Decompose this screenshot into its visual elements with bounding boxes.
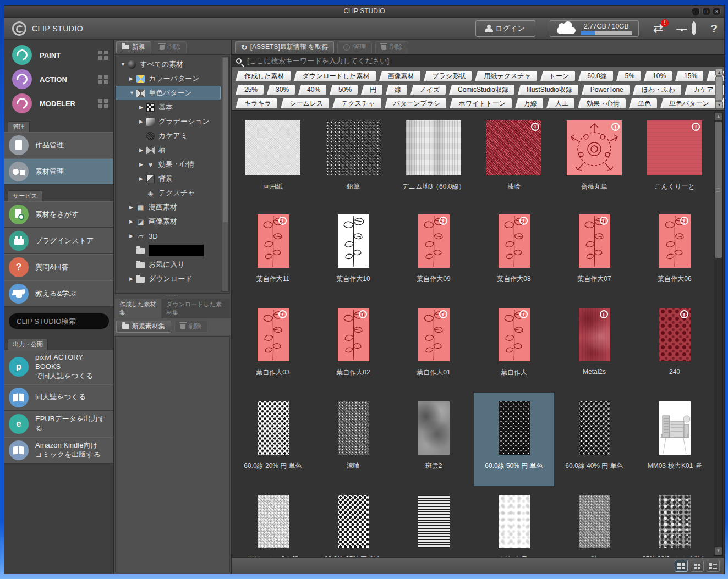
expander-icon[interactable]: ▶: [139, 119, 146, 124]
delete-collection-button[interactable]: 削除: [174, 321, 207, 333]
sidebar-item[interactable]: 作品管理: [4, 132, 113, 158]
tag-button[interactable]: 万線: [518, 98, 543, 108]
expander-icon[interactable]: ▶: [129, 219, 136, 224]
material-item[interactable]: ! 漆喰: [474, 111, 554, 206]
tag-button[interactable]: 50%: [332, 85, 358, 95]
tree-item[interactable]: ▶ 柄: [116, 143, 221, 157]
app-grid-icon[interactable]: [98, 99, 108, 108]
expander-icon[interactable]: ▶: [129, 276, 136, 282]
material-item[interactable]: !葉自作大10: [313, 206, 393, 299]
material-item[interactable]: !25% 60/0 ノイズ 単色: [634, 486, 712, 557]
app-launcher-item[interactable]: MODELER: [4, 91, 113, 115]
tag-button[interactable]: ほわ・ふわ: [636, 85, 681, 95]
material-item[interactable]: !60.0線 40% 円 単色: [554, 393, 634, 486]
material-item[interactable]: !葉自作大: [474, 299, 554, 393]
tree-item[interactable]: ◈ テクスチャ: [116, 186, 221, 200]
material-item[interactable]: ! デニム地3（60.0線）: [393, 111, 474, 206]
material-item[interactable]: !葉自作大07: [554, 206, 634, 299]
tag-button[interactable]: 15%: [678, 71, 703, 81]
expander-icon[interactable]: ▼: [121, 62, 128, 67]
tree-item[interactable]: ▶ 基本: [116, 100, 221, 114]
manage-button[interactable]: i 管理: [337, 41, 372, 53]
title-bar[interactable]: CLIP STUDIO ─ □ ×: [4, 6, 724, 18]
sidebar-item[interactable]: プラグインストア: [4, 228, 113, 254]
sidebar-item[interactable]: e EPUBデータを出力する: [4, 411, 113, 437]
tag-button[interactable]: キラキラ: [238, 98, 277, 108]
tag-button[interactable]: 単色パターン: [663, 98, 715, 108]
tag-button[interactable]: ダウンロードした素材: [297, 71, 376, 81]
tree-item[interactable]: ▶ ▱ 3D: [116, 229, 221, 243]
collection-list-empty[interactable]: [115, 336, 230, 573]
tag-button[interactable]: ノイズ: [413, 85, 446, 95]
new-collection-button[interactable]: 新規素材集: [116, 321, 171, 333]
tree-item[interactable]: ▼ 単色パターン: [116, 86, 221, 100]
close-button[interactable]: ×: [713, 8, 721, 15]
tree-item[interactable]: ▶ カラーパターン: [116, 71, 221, 86]
tree-item[interactable]: ▶ ↓ ダウンロード: [116, 272, 221, 286]
tab-downloaded-collections[interactable]: ダウンロードした素材集: [162, 299, 230, 318]
tree-item[interactable]: ▶ ▦ 漫画素材: [116, 200, 221, 214]
material-item[interactable]: !Metal2s: [554, 299, 634, 393]
delete-folder-button[interactable]: 削除: [154, 41, 187, 53]
tag-button[interactable]: 60.0線: [581, 71, 612, 81]
sidebar-item[interactable]: 教える&学ぶ: [4, 280, 113, 307]
expander-icon[interactable]: ▶: [129, 76, 136, 81]
sidebar-item[interactable]: 素材をさがす: [4, 201, 113, 228]
app-launcher-item[interactable]: ACTION: [4, 67, 113, 91]
tree-item[interactable]: カケアミ: [116, 129, 221, 143]
sidebar-item[interactable]: 同人誌をつくる: [4, 384, 113, 411]
new-folder-button[interactable]: 新規: [116, 41, 151, 53]
tag-button[interactable]: トーン: [543, 71, 576, 81]
tag-scrollbar[interactable]: ▲ ▼: [715, 69, 723, 108]
grid-scrollbar[interactable]: ▲ ▼: [714, 112, 723, 556]
help-button[interactable]: ?: [710, 22, 718, 35]
tag-button[interactable]: ブラシ形状: [426, 71, 472, 81]
material-item[interactable]: !葉自作大01: [393, 299, 474, 393]
scroll-up-icon[interactable]: ▲: [715, 69, 723, 76]
sidebar-item[interactable]: 素材管理: [4, 158, 113, 185]
tag-button[interactable]: 25%: [238, 85, 264, 95]
tag-button[interactable]: 作成した素材: [238, 71, 291, 81]
tag-button[interactable]: 10%: [647, 71, 672, 81]
app-launcher-item[interactable]: PAINT: [4, 43, 113, 67]
material-item[interactable]: !葉自作大09: [393, 206, 474, 299]
tree-item[interactable]: お気に入り: [116, 257, 221, 272]
tag-button[interactable]: 円: [364, 85, 382, 95]
tag-button[interactable]: テクスチャ: [335, 98, 381, 108]
material-item[interactable]: !葉自作大02: [313, 299, 393, 393]
sidebar-item[interactable]: Amazon Kindle向けコミックを出版する: [4, 437, 113, 464]
expander-icon[interactable]: ▶: [129, 233, 136, 239]
tree-item[interactable]: ▶ ♥ 効果・心情: [116, 157, 221, 172]
material-item[interactable]: !斑雲2: [393, 393, 474, 486]
expander-icon[interactable]: ▶: [129, 205, 136, 210]
tag-button[interactable]: ホワイトトーン: [452, 98, 512, 108]
material-item[interactable]: !掛けアミの3カ所: [233, 486, 313, 557]
material-item[interactable]: ! 鉛筆: [313, 111, 393, 206]
material-item[interactable]: !砂: [554, 486, 634, 557]
tree-item[interactable]: ▶ ◪ 画像素材: [116, 214, 221, 229]
scroll-down-icon[interactable]: ▼: [715, 101, 723, 108]
material-item[interactable]: ! 画用紙: [233, 111, 313, 206]
material-item[interactable]: !MM03-校舎K01-昼: [634, 393, 712, 486]
minimize-button[interactable]: ─: [692, 8, 700, 15]
material-item[interactable]: !葉自作大08: [474, 206, 554, 299]
tag-button[interactable]: 5%: [619, 71, 641, 81]
scroll-down-icon[interactable]: ▼: [715, 547, 722, 555]
tag-button[interactable]: パターンブラシ: [387, 98, 447, 108]
tag-button[interactable]: 30%: [270, 85, 295, 95]
material-item[interactable]: ! こんくりーと: [634, 111, 712, 206]
tab-created-collections[interactable]: 作成した素材集: [115, 299, 161, 318]
material-item[interactable]: !葉自作大03: [233, 299, 313, 393]
tree-item[interactable]: ▶ 背景: [116, 172, 221, 186]
tag-scrollbar-grip[interactable]: [715, 76, 723, 101]
view-large-grid-button[interactable]: [675, 560, 688, 572]
clip-studio-search-input[interactable]: [15, 317, 114, 326]
tag-button[interactable]: 効果・心情: [581, 98, 626, 108]
expander-icon[interactable]: ▶: [139, 104, 146, 110]
clip-studio-search-box[interactable]: [9, 313, 109, 329]
expander-icon[interactable]: ▶: [139, 162, 146, 167]
sync-button[interactable]: ⇄ !: [653, 21, 663, 36]
tag-button[interactable]: 線: [388, 85, 407, 95]
material-item[interactable]: !漆喰: [313, 393, 393, 486]
sidebar-item[interactable]: ? 質問&回答: [4, 254, 113, 280]
